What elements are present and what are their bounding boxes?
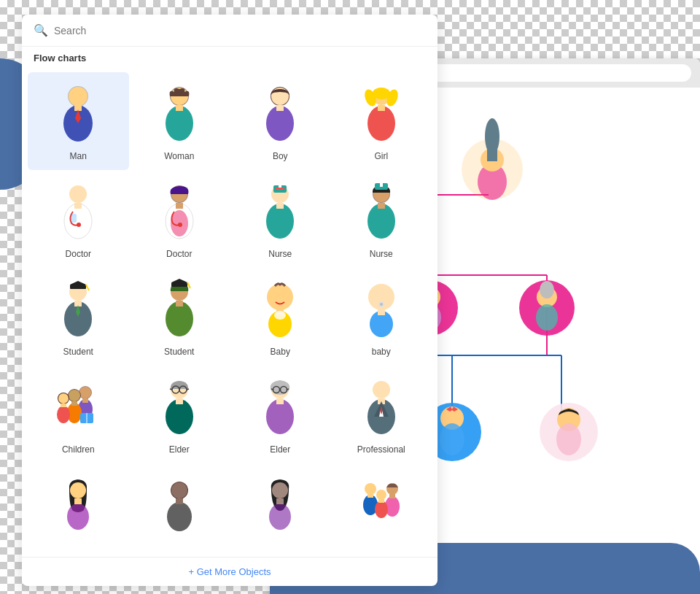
svg-line-126 (170, 389, 172, 390)
man-label: Man (70, 151, 87, 161)
svg-rect-152 (176, 498, 183, 504)
doctor-m-figure (49, 179, 107, 244)
doctor-f-figure (150, 179, 209, 244)
svg-rect-67 (71, 214, 77, 223)
svg-line-134 (271, 389, 273, 390)
elder-m-label: Elder (169, 444, 190, 455)
svg-point-118 (57, 406, 70, 423)
svg-rect-148 (74, 498, 82, 504)
icon-item-baby-f[interactable]: baby (331, 268, 432, 366)
svg-rect-156 (276, 498, 284, 504)
svg-point-113 (69, 390, 80, 401)
icon-item-boy[interactable]: Boy (230, 72, 331, 170)
svg-point-163 (376, 490, 386, 500)
elder-f-figure (251, 374, 309, 440)
student-m-figure (49, 277, 107, 342)
section-header: Flow charts (22, 47, 438, 66)
icon-item-nurse-m[interactable]: Nurse (230, 170, 331, 268)
nurse-m-figure (251, 179, 309, 244)
svg-rect-119 (61, 404, 66, 407)
icon-item-nurse-f[interactable]: Nurse (331, 170, 432, 268)
svg-point-117 (58, 393, 69, 404)
search-input[interactable] (54, 25, 426, 36)
woman-figure (150, 81, 209, 147)
student-f-label: Student (164, 347, 194, 357)
icon-item-professional[interactable]: Professional (331, 366, 432, 463)
svg-rect-83 (380, 182, 383, 187)
svg-point-157 (365, 483, 376, 495)
svg-point-105 (380, 303, 383, 306)
icon-item-asian-woman[interactable] (28, 463, 129, 551)
icon-item-student-f[interactable]: Student (129, 268, 230, 366)
svg-rect-165 (378, 499, 384, 503)
man-figure (49, 81, 107, 147)
svg-marker-88 (70, 281, 86, 285)
baby-m-figure (251, 277, 309, 342)
boy-figure (251, 81, 309, 147)
icon-item-elder-m[interactable]: Elder (129, 366, 230, 463)
svg-point-128 (166, 399, 193, 434)
icon-item-student-m[interactable]: Student (28, 268, 129, 366)
svg-point-40 (440, 423, 464, 455)
icon-item-woman[interactable]: Woman (129, 72, 230, 170)
icon-item-children[interactable]: Children (28, 366, 129, 463)
icon-item-dark-woman[interactable] (230, 463, 331, 551)
professional-figure (352, 374, 411, 440)
girl-label: Girl (374, 151, 388, 161)
children-label: Children (62, 444, 95, 455)
svg-point-64 (64, 204, 92, 239)
svg-point-61 (368, 106, 395, 141)
icon-item-man[interactable]: Man (28, 72, 129, 170)
icons-grid: Man Woman (22, 66, 438, 557)
svg-point-154 (272, 482, 288, 498)
svg-point-84 (368, 204, 395, 239)
svg-rect-71 (176, 203, 183, 209)
nurse-f-figure (352, 179, 411, 244)
professional-label: Professional (357, 444, 405, 455)
icon-item-doctor-m[interactable]: Doctor (28, 170, 129, 268)
girl-figure (352, 81, 411, 147)
svg-point-109 (79, 387, 91, 398)
svg-point-78 (266, 204, 294, 239)
svg-rect-162 (389, 494, 395, 498)
svg-point-63 (69, 185, 87, 203)
svg-rect-87 (70, 285, 86, 289)
svg-point-138 (373, 381, 390, 398)
svg-line-127 (187, 389, 189, 390)
sidebar-panel: 🔍 Flow charts Man (22, 15, 438, 586)
nurse-m-label: Nurse (268, 249, 292, 259)
dark-woman-figure (251, 472, 309, 538)
get-more-button[interactable]: + Get More Objects (22, 557, 438, 586)
doctor-f-label: Doctor (166, 249, 192, 259)
svg-rect-65 (74, 203, 82, 209)
search-bar: 🔍 (22, 15, 438, 47)
svg-line-89 (86, 285, 89, 290)
svg-rect-94 (171, 282, 187, 287)
svg-line-135 (287, 389, 289, 390)
search-icon: 🔍 (34, 23, 48, 37)
svg-point-151 (167, 502, 192, 531)
svg-point-45 (69, 87, 88, 106)
svg-rect-111 (82, 398, 88, 403)
svg-marker-95 (171, 279, 187, 282)
svg-point-155 (269, 504, 291, 530)
svg-point-150 (171, 482, 187, 498)
icon-item-girl[interactable]: Girl (331, 72, 432, 170)
icon-item-dark-man[interactable] (129, 463, 230, 551)
svg-point-55 (266, 106, 294, 141)
icon-item-doctor-f[interactable]: Doctor (129, 170, 230, 268)
svg-rect-52 (176, 105, 183, 111)
baby-m-label: Baby (271, 347, 290, 357)
baby-f-label: baby (372, 347, 391, 357)
svg-point-60 (373, 88, 390, 99)
svg-point-66 (77, 223, 81, 227)
icon-item-elder-f[interactable]: Elder (230, 366, 331, 463)
icon-item-family[interactable] (331, 463, 432, 551)
elder-f-label: Elder (270, 444, 290, 455)
svg-rect-137 (276, 398, 284, 404)
icon-item-baby-m[interactable]: Baby (230, 268, 331, 366)
elder-m-figure (150, 374, 209, 440)
svg-point-164 (375, 501, 388, 518)
svg-rect-85 (378, 203, 385, 209)
svg-point-32 (540, 281, 554, 298)
